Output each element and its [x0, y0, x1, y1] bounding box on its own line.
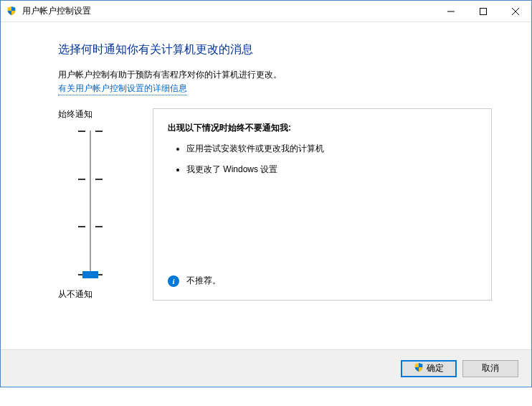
recommendation-text: 不推荐。	[186, 275, 221, 287]
content-area: 选择何时通知你有关计算机更改的消息 用户帐户控制有助于预防有害程序对你的计算机进…	[1, 22, 531, 349]
ok-button[interactable]: 确定	[401, 360, 457, 377]
info-footer: i 不推荐。	[168, 275, 477, 290]
info-item: 我更改了 Windows 设置	[186, 164, 477, 176]
close-button[interactable]	[499, 1, 531, 22]
titlebar: 用户帐户控制设置	[1, 1, 531, 22]
cancel-button[interactable]: 取消	[462, 360, 518, 377]
info-icon: i	[168, 275, 179, 287]
info-panel: 出现以下情况时始终不要通知我: 应用尝试安装软件或更改我的计算机 我更改了 Wi…	[153, 108, 492, 301]
maximize-button[interactable]	[467, 1, 499, 22]
slider-thumb[interactable]	[82, 271, 98, 278]
shield-icon	[414, 362, 424, 374]
slider-tick	[78, 179, 103, 180]
slider-column: 始终通知 从不通知	[58, 108, 123, 301]
main-area: 始终通知 从不通知 出现以下情况时始终不要通知我: 应用尝试安装软件或更改我的计…	[58, 108, 492, 301]
window-title: 用户帐户控制设置	[22, 5, 91, 17]
uac-settings-window: 用户帐户控制设置 选择何时通知你有关计算机更改的消息 用户帐户控制有助于预防有害…	[0, 0, 532, 387]
slider-bottom-label: 从不通知	[58, 288, 92, 301]
notification-slider[interactable]	[69, 125, 112, 281]
learn-more-link[interactable]: 有关用户帐户控制设置的详细信息	[58, 82, 187, 95]
button-bar: 确定 取消	[1, 349, 531, 387]
info-item: 应用尝试安装软件或更改我的计算机	[186, 143, 477, 155]
page-description: 用户帐户控制有助于预防有害程序对你的计算机进行更改。	[58, 69, 492, 81]
shield-icon	[6, 6, 18, 17]
slider-line	[90, 131, 91, 275]
info-list: 应用尝试安装软件或更改我的计算机 我更改了 Windows 设置	[168, 143, 477, 184]
svg-rect-1	[480, 8, 486, 14]
page-title: 选择何时通知你有关计算机更改的消息	[58, 42, 492, 57]
ok-button-label: 确定	[427, 362, 444, 374]
slider-top-label: 始终通知	[58, 108, 92, 121]
cancel-button-label: 取消	[482, 362, 499, 374]
info-heading: 出现以下情况时始终不要通知我:	[168, 122, 477, 134]
slider-tick	[78, 131, 103, 132]
minimize-button[interactable]	[434, 1, 467, 22]
slider-tick	[78, 226, 103, 227]
